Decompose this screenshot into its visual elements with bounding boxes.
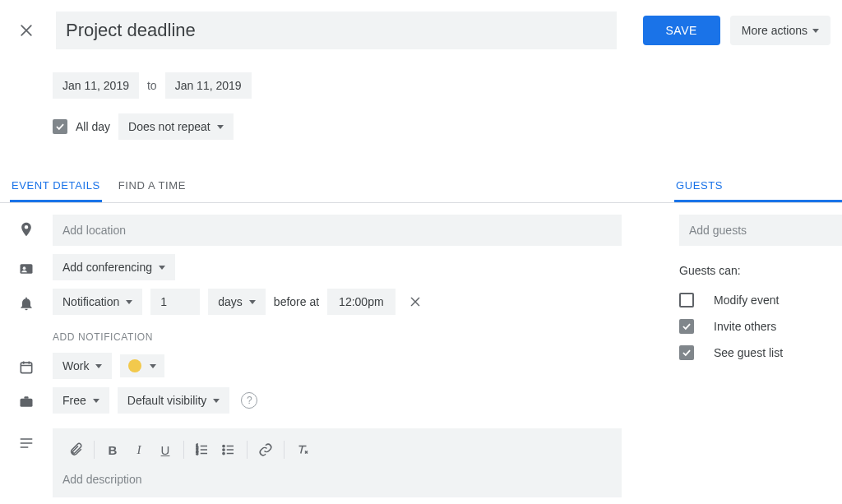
svg-point-1 bbox=[23, 266, 26, 270]
modify-event-checkbox[interactable] bbox=[679, 293, 694, 307]
description-input[interactable]: Add description bbox=[53, 466, 622, 497]
event-title-input[interactable] bbox=[56, 12, 617, 49]
svg-rect-2 bbox=[21, 363, 31, 373]
italic-icon[interactable]: I bbox=[126, 437, 152, 463]
tab-find-a-time[interactable]: FIND A TIME bbox=[117, 171, 187, 202]
chevron-down-icon bbox=[159, 266, 165, 270]
toolbar-separator bbox=[94, 441, 95, 459]
notification-time-label: 12:00pm bbox=[339, 295, 383, 308]
clear-formatting-icon[interactable] bbox=[289, 437, 316, 463]
permission-modify-event: Modify event bbox=[679, 287, 842, 313]
header-actions: SAVE More actions bbox=[643, 16, 830, 45]
notification-time-select[interactable]: 12:00pm bbox=[327, 289, 395, 315]
bell-icon bbox=[18, 295, 35, 312]
location-icon bbox=[18, 221, 35, 238]
svg-point-9 bbox=[223, 452, 224, 454]
before-at-label: before at bbox=[274, 295, 319, 308]
availability-select[interactable]: Free bbox=[53, 387, 109, 414]
calendar-label: Work bbox=[62, 359, 89, 372]
see-guest-list-checkbox[interactable] bbox=[679, 345, 694, 360]
tab-event-details[interactable]: EVENT DETAILS bbox=[10, 171, 102, 202]
guests-can-label: Guests can: bbox=[679, 246, 842, 287]
end-date-picker[interactable]: Jan 11, 2019 bbox=[165, 72, 252, 99]
description-box: B I U 123 bbox=[53, 428, 622, 497]
bold-icon[interactable]: B bbox=[99, 437, 126, 463]
svg-point-7 bbox=[223, 445, 224, 446]
link-icon[interactable] bbox=[252, 437, 279, 463]
description-toolbar: B I U 123 bbox=[53, 428, 622, 466]
more-actions-button[interactable]: More actions bbox=[730, 16, 830, 45]
chevron-down-icon bbox=[95, 364, 102, 368]
tabs-row: EVENT DETAILS FIND A TIME GUESTS bbox=[0, 171, 842, 203]
to-label: to bbox=[147, 79, 157, 92]
chevron-down-icon bbox=[217, 125, 224, 129]
save-button[interactable]: SAVE bbox=[643, 16, 720, 45]
remove-notification-button[interactable] bbox=[404, 295, 427, 308]
allday-row: All day Does not repeat bbox=[0, 99, 842, 140]
chevron-down-icon bbox=[812, 29, 819, 33]
invite-others-checkbox[interactable] bbox=[679, 319, 694, 334]
location-row bbox=[0, 203, 622, 246]
svg-text:3: 3 bbox=[197, 451, 199, 455]
conferencing-label: Add conferencing bbox=[62, 261, 152, 274]
all-day-checkbox[interactable] bbox=[53, 119, 67, 134]
chevron-down-icon bbox=[249, 300, 256, 304]
calendar-select[interactable]: Work bbox=[53, 353, 112, 379]
chevron-down-icon bbox=[93, 399, 99, 403]
attach-icon[interactable] bbox=[62, 437, 89, 463]
numbered-list-icon[interactable]: 123 bbox=[189, 437, 215, 463]
recurrence-select[interactable]: Does not repeat bbox=[118, 113, 234, 140]
notification-amount-input[interactable] bbox=[150, 289, 200, 315]
calendar-icon bbox=[18, 359, 35, 376]
svg-rect-3 bbox=[21, 399, 33, 407]
chevron-down-icon bbox=[213, 399, 220, 403]
permission-label: Modify event bbox=[714, 294, 779, 307]
toolbar-separator bbox=[183, 441, 184, 459]
notification-unit-label: days bbox=[218, 295, 243, 308]
add-guests-input[interactable] bbox=[679, 215, 842, 246]
conferencing-row: Add conferencing bbox=[0, 246, 622, 280]
toolbar-separator bbox=[284, 441, 285, 459]
visibility-row: Free Default visibility ? bbox=[0, 379, 622, 414]
location-input[interactable] bbox=[53, 215, 622, 246]
dates-row: Jan 11, 2019 to Jan 11, 2019 bbox=[0, 49, 842, 99]
underline-icon[interactable]: U bbox=[152, 437, 178, 463]
guests-panel: Guests can: Modify event Invite others S… bbox=[650, 203, 842, 497]
all-day-label: All day bbox=[76, 120, 110, 133]
description-row: B I U 123 bbox=[0, 414, 622, 497]
calendar-row: Work bbox=[0, 349, 622, 379]
header-row: SAVE More actions bbox=[0, 0, 842, 49]
close-icon[interactable] bbox=[16, 21, 36, 40]
notification-type-label: Notification bbox=[62, 295, 119, 308]
notification-type-select[interactable]: Notification bbox=[53, 289, 142, 315]
permission-label: Invite others bbox=[714, 320, 776, 333]
add-notification-button[interactable]: ADD NOTIFICATION bbox=[53, 315, 622, 349]
toolbar-separator bbox=[247, 441, 248, 459]
bulleted-list-icon[interactable] bbox=[215, 437, 242, 463]
permission-see-guest-list: See guest list bbox=[679, 340, 842, 366]
visibility-select[interactable]: Default visibility bbox=[118, 387, 229, 414]
permission-invite-others: Invite others bbox=[679, 313, 842, 340]
svg-point-8 bbox=[223, 449, 224, 451]
conferencing-icon bbox=[18, 261, 35, 277]
briefcase-icon bbox=[18, 394, 35, 410]
chevron-down-icon bbox=[150, 364, 156, 368]
color-select[interactable] bbox=[120, 354, 164, 377]
recurrence-label: Does not repeat bbox=[128, 120, 210, 133]
visibility-label: Default visibility bbox=[127, 394, 206, 407]
tab-guests[interactable]: GUESTS bbox=[674, 171, 842, 202]
notification-unit-select[interactable]: days bbox=[208, 289, 266, 315]
color-swatch-icon bbox=[128, 359, 141, 372]
chevron-down-icon bbox=[126, 300, 132, 304]
start-date-picker[interactable]: Jan 11, 2019 bbox=[53, 72, 139, 99]
availability-label: Free bbox=[62, 394, 86, 407]
more-actions-label: More actions bbox=[742, 24, 807, 37]
conferencing-select[interactable]: Add conferencing bbox=[53, 254, 175, 280]
description-icon bbox=[18, 435, 35, 451]
help-icon[interactable]: ? bbox=[241, 392, 257, 409]
notification-row: Notification days before at 12:00pm bbox=[0, 280, 622, 349]
permission-label: See guest list bbox=[714, 346, 783, 359]
